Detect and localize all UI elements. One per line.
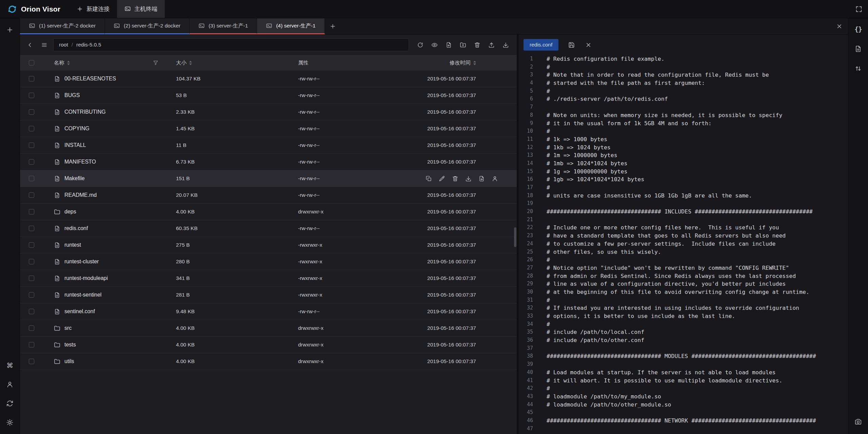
list-view-button[interactable] xyxy=(38,38,51,51)
file-name[interactable]: COPYING xyxy=(64,126,90,132)
filter-icon[interactable] xyxy=(153,60,158,65)
row-checkbox[interactable] xyxy=(29,143,34,148)
copy-action-icon[interactable] xyxy=(425,175,432,182)
file-name[interactable]: 00-RELEASENOTES xyxy=(64,76,116,82)
row-checkbox[interactable] xyxy=(29,292,34,298)
file-name[interactable]: MANIFESTO xyxy=(64,159,96,165)
file-name[interactable]: tests xyxy=(64,342,76,348)
table-row[interactable]: BUGS 53 B -rw-rw-r-- 2019-05-16 00:07:37 xyxy=(20,87,517,104)
new-tab-button[interactable] xyxy=(325,18,341,34)
row-checkbox[interactable] xyxy=(29,126,34,131)
close-file-button[interactable] xyxy=(584,41,592,49)
row-checkbox[interactable] xyxy=(29,159,34,165)
table-row[interactable]: Makefile 151 B -rw-rw-r-- xyxy=(20,170,517,187)
sort-icon[interactable] xyxy=(67,61,70,65)
breadcrumb[interactable]: root / redis-5.0.5 xyxy=(53,38,409,51)
editor-content[interactable]: 1# Redis configuration file example.2#3#… xyxy=(519,55,848,434)
breadcrumb-current[interactable]: redis-5.0.5 xyxy=(76,42,101,48)
table-row[interactable]: CONTRIBUTING 2.33 KB -rw-rw-r-- 2019-05-… xyxy=(20,104,517,120)
fullscreen-button[interactable] xyxy=(850,0,868,18)
file-name[interactable]: sentinel.conf xyxy=(64,308,95,315)
table-row[interactable]: README.md 20.07 KB -rw-rw-r-- 2019-05-16… xyxy=(20,187,517,204)
terminal-tab[interactable]: (2) server-生产-2 docker xyxy=(105,18,190,34)
column-header-size[interactable]: 大小 xyxy=(176,59,298,67)
edit-action-icon[interactable] xyxy=(438,175,446,182)
download-button[interactable] xyxy=(499,38,512,51)
save-file-button[interactable] xyxy=(567,41,575,49)
row-checkbox[interactable] xyxy=(29,226,34,231)
upload-button[interactable] xyxy=(485,38,498,51)
permission-action-icon[interactable] xyxy=(491,175,498,182)
row-checkbox[interactable] xyxy=(29,359,34,364)
user-profile-button[interactable] xyxy=(4,378,16,391)
table-row[interactable]: deps 4.00 KB drwxrwxr-x 2019-05-16 00:07… xyxy=(20,204,517,220)
row-checkbox[interactable] xyxy=(29,259,34,264)
table-row[interactable]: redis.conf 60.35 KB -rw-rw-r-- 2019-05-1… xyxy=(20,220,517,237)
download-action-icon[interactable] xyxy=(465,175,472,182)
table-row[interactable]: runtest-sentinel 281 B -rwxrwxr-x 2019-0… xyxy=(20,287,517,303)
table-row[interactable]: runtest 275 B -rwxrwxr-x 2019-05-16 00:0… xyxy=(20,237,517,253)
file-name[interactable]: runtest-moduleapi xyxy=(64,275,108,281)
row-checkbox[interactable] xyxy=(29,76,34,81)
table-row[interactable]: src 4.00 KB drwxrwxr-x 2019-05-16 00:07:… xyxy=(20,320,517,337)
file-name[interactable]: README.md xyxy=(64,192,97,198)
column-header-name[interactable]: 名称 xyxy=(54,59,176,67)
file-name[interactable]: runtest-sentinel xyxy=(64,292,101,298)
row-checkbox[interactable] xyxy=(29,309,34,314)
table-row[interactable]: 00-RELEASENOTES 104.37 KB -rw-rw-r-- 201… xyxy=(20,71,517,87)
row-checkbox[interactable] xyxy=(29,325,34,331)
row-checkbox[interactable] xyxy=(29,109,34,115)
delete-button[interactable] xyxy=(471,38,484,51)
delete-action-icon[interactable] xyxy=(451,175,459,182)
file-name[interactable]: runtest xyxy=(64,242,81,248)
editor-tab-redis-conf[interactable]: redis.conf xyxy=(524,39,558,51)
breadcrumb-root[interactable]: root xyxy=(59,42,68,48)
file-name[interactable]: utils xyxy=(64,358,74,364)
file-name[interactable]: Makefile xyxy=(64,175,85,182)
table-row[interactable]: INSTALL 11 B -rw-rw-r-- 2019-05-16 00:07… xyxy=(20,137,517,154)
sort-icon[interactable] xyxy=(473,61,476,65)
new-connection-button[interactable]: 新建连接 xyxy=(69,0,117,18)
column-header-mtime[interactable]: 修改时间 xyxy=(427,59,517,67)
table-row[interactable]: MANIFESTO 6.73 KB -rw-rw-r-- 2019-05-16 … xyxy=(20,154,517,170)
snippets-button[interactable]: {} xyxy=(852,23,864,35)
terminal-tab[interactable]: (4) server-生产-1 xyxy=(257,18,324,34)
row-checkbox[interactable] xyxy=(29,176,34,181)
row-checkbox[interactable] xyxy=(29,276,34,281)
file-name[interactable]: INSTALL xyxy=(64,142,86,148)
preview-hidden-button[interactable] xyxy=(428,38,441,51)
terminal-tab[interactable]: (1) server-生产-2 docker xyxy=(20,18,105,34)
copy-path-action-icon[interactable] xyxy=(478,175,485,182)
column-header-attr[interactable]: 属性 xyxy=(298,59,427,67)
table-row[interactable]: runtest-moduleapi 341 B -rwxrwxr-x 2019-… xyxy=(20,270,517,287)
row-checkbox[interactable] xyxy=(29,342,34,347)
row-checkbox[interactable] xyxy=(29,209,34,214)
shortcut-keys-button[interactable]: ⌘ xyxy=(4,359,16,372)
sort-icon[interactable] xyxy=(189,61,192,65)
back-button[interactable] xyxy=(23,38,36,51)
row-checkbox[interactable] xyxy=(29,242,34,248)
file-list-scrollbar[interactable] xyxy=(514,227,516,247)
new-folder-button[interactable] xyxy=(456,38,469,51)
terminal-tab[interactable]: (3) server-生产-1 xyxy=(190,18,257,34)
file-name[interactable]: redis.conf xyxy=(64,225,88,231)
refresh-button[interactable] xyxy=(414,38,427,51)
table-row[interactable]: runtest-cluster 280 B -rwxrwxr-x 2019-05… xyxy=(20,253,517,270)
settings-button[interactable] xyxy=(4,416,16,429)
add-connection-button[interactable] xyxy=(4,24,16,36)
file-name[interactable]: runtest-cluster xyxy=(64,259,99,265)
app-logo[interactable]: Orion Visor xyxy=(0,0,69,18)
file-name[interactable]: CONTRIBUTING xyxy=(64,109,106,115)
file-manager-button[interactable] xyxy=(852,43,864,55)
transfer-list-button[interactable] xyxy=(852,62,864,75)
table-row[interactable]: tests 4.00 KB drwxrwxr-x 2019-05-16 00:0… xyxy=(20,337,517,353)
table-row[interactable]: COPYING 1.45 KB -rw-rw-r-- 2019-05-16 00… xyxy=(20,120,517,137)
host-terminal-nav[interactable]: 主机终端 xyxy=(117,0,165,18)
select-all-checkbox[interactable] xyxy=(29,60,34,65)
screenshot-button[interactable] xyxy=(852,416,864,428)
table-row[interactable]: sentinel.conf 9.48 KB -rw-rw-r-- 2019-05… xyxy=(20,303,517,320)
file-name[interactable]: BUGS xyxy=(64,92,80,98)
close-terminal-button[interactable] xyxy=(830,18,848,34)
file-name[interactable]: src xyxy=(64,325,72,331)
row-checkbox[interactable] xyxy=(29,93,34,98)
